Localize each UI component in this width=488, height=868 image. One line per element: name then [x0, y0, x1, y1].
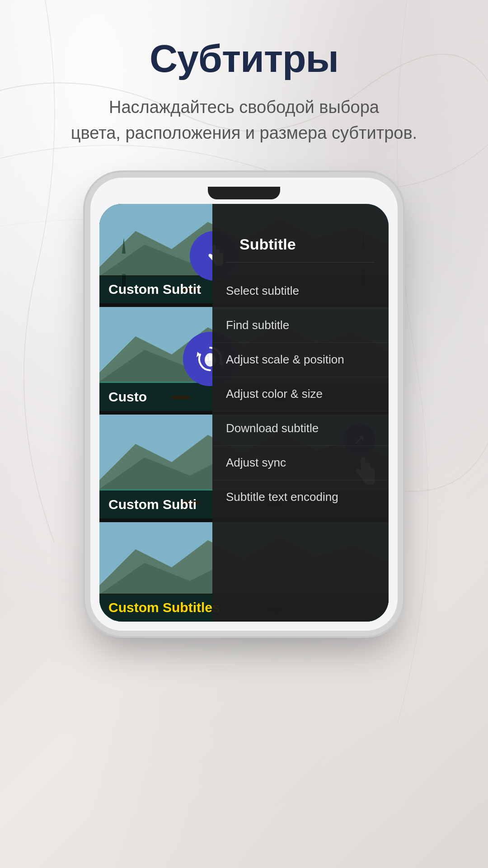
- menu-item-adjust-color[interactable]: Adjust color & size: [212, 377, 389, 411]
- phone-notch: [208, 187, 280, 199]
- svg-rect-21: [206, 357, 208, 361]
- svg-rect-19: [209, 354, 211, 361]
- page-description: Наслаждайтесь свободой выбора цвета, рас…: [71, 94, 417, 146]
- phone-frame: Custom Subtit: [90, 178, 398, 631]
- subtitle-text-3: Custom Subti: [108, 497, 197, 512]
- menu-item-adjust-scale[interactable]: Adjust scale & position: [212, 343, 389, 377]
- menu-item-adjust-sync[interactable]: Adjust sync: [212, 446, 389, 480]
- menu-item-find-subtitle[interactable]: Find subtitle: [212, 308, 389, 343]
- dropdown-menu: Subtitle Select subtitle Find subtitle A…: [212, 204, 389, 622]
- menu-item-subtitle-encoding[interactable]: Subtitle text encoding: [212, 480, 389, 514]
- menu-title: Subtitle: [226, 236, 375, 263]
- subtitle-text-1: Custom Subtit: [108, 282, 201, 297]
- header-section: Субтитры Наслаждайтесь свободой выбора ц…: [44, 0, 444, 164]
- menu-item-download-subtitle[interactable]: Download subtitle: [212, 411, 389, 446]
- subtitle-text-4: Custom Subtitles: [108, 600, 220, 615]
- menu-item-select-subtitle[interactable]: Select subtitle: [212, 274, 389, 308]
- phone-area: Custom Subtit: [41, 178, 447, 631]
- subtitle-text-2: Custo: [108, 389, 147, 404]
- page-title: Субтитры: [71, 36, 417, 81]
- phone-screen: Custom Subtit: [99, 204, 389, 622]
